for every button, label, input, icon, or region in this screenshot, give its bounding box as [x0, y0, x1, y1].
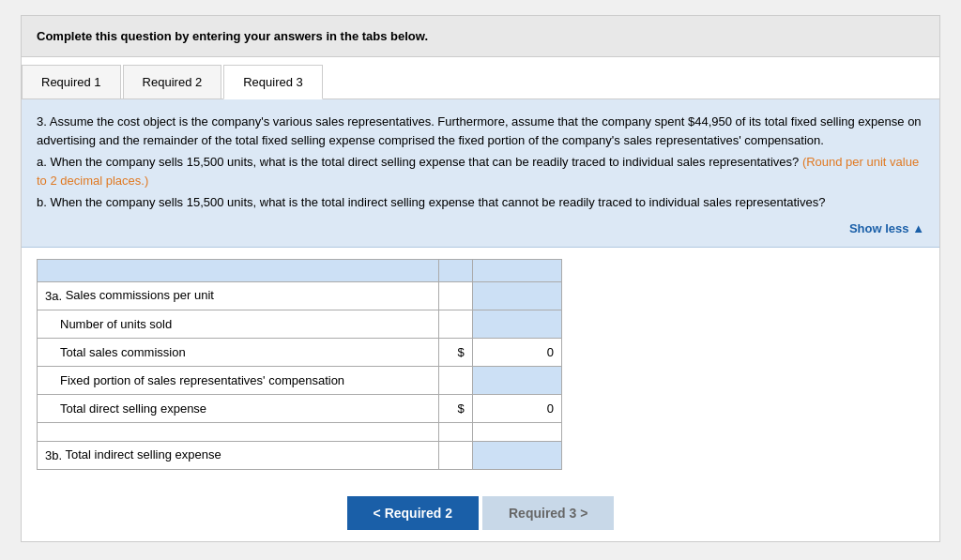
row-fixed-portion-label: Fixed portion of sales representatives' … — [60, 373, 344, 387]
header-instruction: Complete this question by entering your … — [37, 29, 428, 43]
row-fixed-portion-input[interactable] — [473, 367, 561, 394]
row-total-commission-label: Total sales commission — [60, 345, 186, 359]
row-total-direct-symbol: $ — [439, 395, 473, 423]
row-fixed-portion-symbol — [439, 367, 473, 395]
table-row: 3b. Total indirect selling expense — [38, 442, 562, 470]
next-button[interactable]: Required 3 > — [482, 496, 614, 530]
row-3b-prefix: 3b. — [45, 449, 62, 463]
table-row: Fixed portion of sales representatives' … — [38, 367, 562, 395]
row-3b-symbol — [439, 442, 473, 470]
row-total-direct-label: Total direct selling expense — [60, 401, 206, 416]
table-section: 3a. Sales commissions per unit Number of… — [22, 248, 939, 481]
table-header-row — [38, 260, 562, 282]
row-total-direct-value: 0 — [472, 395, 561, 423]
row-3a-input-cell — [472, 282, 561, 310]
tabs-row: Required 1 Required 2 Required 3 — [22, 57, 939, 99]
part-b-text: b. When the company sells 15,500 units, … — [37, 193, 924, 212]
header-label-col — [38, 260, 439, 282]
row-fixed-portion-input-cell — [472, 367, 561, 395]
answer-table: 3a. Sales commissions per unit Number of… — [37, 259, 562, 470]
table-row: Total direct selling expense $ 0 — [38, 395, 562, 423]
row-3a-label: Sales commissions per unit — [66, 288, 214, 302]
empty-row — [38, 423, 562, 442]
row-units-symbol — [439, 310, 473, 339]
row-3b-label: Total indirect selling expense — [65, 447, 221, 462]
header-value-col — [472, 260, 561, 282]
paragraph1: 3. Assume the cost object is the company… — [37, 113, 924, 149]
table-row: Total sales commission $ 0 — [38, 339, 562, 367]
row-3a-symbol — [439, 282, 473, 310]
row-total-commission-symbol: $ — [439, 339, 473, 367]
header-bar: Complete this question by entering your … — [22, 16, 939, 57]
row-3a-input[interactable] — [473, 282, 561, 310]
show-less[interactable]: Show less ▲ — [37, 219, 924, 238]
part-a-text: a. When the company sells 15,500 units, … — [37, 153, 924, 189]
row-units-label: Number of units sold — [60, 317, 172, 331]
row-units-input[interactable] — [473, 310, 561, 338]
row-3b-input[interactable] — [473, 442, 561, 469]
tab-required1[interactable]: Required 1 — [22, 65, 121, 98]
row-units-input-cell — [472, 310, 561, 339]
table-row: 3a. Sales commissions per unit — [38, 282, 562, 310]
header-symbol-col — [439, 260, 473, 282]
row-3b-input-cell — [472, 442, 561, 470]
main-container: Complete this question by entering your … — [21, 15, 940, 542]
tab-required3[interactable]: Required 3 — [223, 65, 323, 99]
table-row: Number of units sold — [38, 310, 562, 339]
tab-required2[interactable]: Required 2 — [123, 65, 222, 98]
row-3a-prefix: 3a. — [45, 290, 66, 304]
row-total-commission-value: 0 — [472, 339, 561, 367]
content-area: 3. Assume the cost object is the company… — [22, 99, 939, 248]
button-row: < Required 2 Required 3 > — [22, 481, 939, 541]
prev-button[interactable]: < Required 2 — [347, 496, 479, 530]
